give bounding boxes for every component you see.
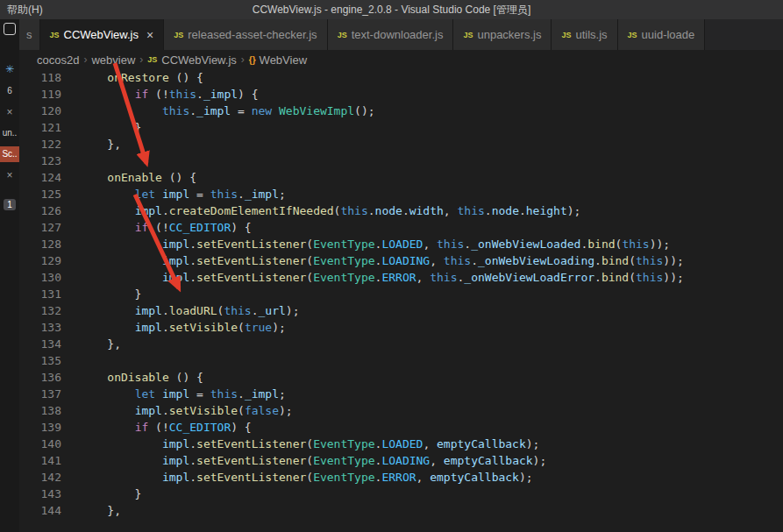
code-text: let impl = this._impl; [80,186,286,202]
tab-label: utils.js [575,28,607,41]
line-number[interactable]: 131 [19,286,61,302]
code-text: impl.setEventListener(EventType.ERROR, e… [80,469,533,486]
line-number[interactable]: 137 [19,386,61,402]
menu-help[interactable]: 帮助(H) [0,3,50,18]
line-number[interactable]: 140 [19,436,61,452]
line-number[interactable]: 136 [19,369,61,386]
breadcrumb-item[interactable]: cocos2d [37,53,79,67]
breadcrumb-item[interactable]: JSCCWebView.js [147,53,237,67]
code-line[interactable]: 142 impl.setEventListener(EventType.ERRO… [19,469,783,486]
close-icon[interactable]: × [0,169,19,181]
line-number[interactable]: 143 [19,486,61,502]
javascript-file-icon: JS [174,31,183,39]
line-number[interactable]: 133 [19,319,61,336]
code-text: if (!CC_EDITOR) { [80,419,252,436]
line-number[interactable]: 141 [19,452,61,469]
code-line[interactable]: 123 [19,153,783,169]
code-line[interactable]: 139 if (!CC_EDITOR) { [19,419,783,436]
tab-released-asset-checker-js[interactable]: JSreleased-asset-checker.js [164,19,327,50]
code-text: onEnable () { [80,169,196,186]
code-text: }, [80,336,121,352]
code-line[interactable]: 126 impl.createDomElementIfNeeded(this.n… [19,202,783,219]
line-number[interactable]: 132 [19,302,61,319]
line-number[interactable]: 120 [19,103,61,119]
line-number[interactable]: 138 [19,402,61,419]
code-line[interactable]: 143 } [19,486,783,502]
left-strip: ✳6×un..Sc..×1 [0,19,19,532]
tab-label: CCWebView.js [64,28,139,41]
line-number[interactable]: 127 [19,219,61,236]
code-line[interactable]: 141 impl.setEventListener(EventType.LOAD… [19,452,783,469]
title-bar: 帮助(H) CCWebView.js - engine_2.0.8 - Visu… [0,0,783,19]
line-number[interactable]: 139 [19,419,61,436]
code-line[interactable]: 134 }, [19,336,783,352]
code-line[interactable]: 118 onRestore () { [19,69,783,86]
line-number[interactable]: 119 [19,86,61,103]
line-number[interactable]: 125 [19,186,61,202]
tab-text-downloader-js[interactable]: JStext-downloader.js [328,19,454,50]
selected-item[interactable]: Sc.. [0,146,19,162]
line-number[interactable]: 144 [19,502,61,519]
line-number[interactable]: 128 [19,236,61,252]
breadcrumb-separator-icon: › [139,53,143,66]
code-line[interactable]: 130 impl.setEventListener(EventType.ERRO… [19,269,783,286]
code-line[interactable]: 128 impl.setEventListener(EventType.LOAD… [19,236,783,252]
code-line[interactable]: 138 impl.setVisible(false); [19,402,783,419]
code-text: onRestore () { [80,69,203,86]
tab-label: released-asset-checker.js [188,28,317,41]
code-text: impl.setEventListener(EventType.ERROR, t… [80,269,684,286]
code-line[interactable]: 124 onEnable () { [19,169,783,186]
code-line[interactable]: 125 let impl = this._impl; [19,186,783,202]
tab-uuid-loade[interactable]: JSuuid-loade [618,19,706,50]
tab-label: text-downloader.js [352,28,444,41]
close-icon[interactable]: × [146,29,153,41]
line-number[interactable]: 122 [19,136,61,153]
tab-unpackers-js[interactable]: JSunpackers.js [453,19,552,50]
line-number[interactable]: 129 [19,252,61,269]
line-number[interactable]: 123 [19,153,61,169]
line-number[interactable]: 134 [19,336,61,352]
code-line[interactable]: 121 } [19,119,783,136]
tab-label: uuid-loade [642,28,695,41]
code-line[interactable]: 129 impl.setEventListener(EventType.LOAD… [19,252,783,269]
tab-utils-js[interactable]: JSutils.js [552,19,617,50]
code-line[interactable]: 133 impl.setVisible(true); [19,319,783,336]
line-number[interactable]: 121 [19,119,61,136]
code-line[interactable]: 135 [19,352,783,369]
code-text: impl.setEventListener(EventType.LOADED, … [80,436,539,452]
code-text: onDisable () { [80,369,203,386]
vscode-window: 帮助(H) CCWebView.js - engine_2.0.8 - Visu… [0,0,783,532]
code-area[interactable]: 118 onRestore () {119 if (!this._impl) {… [19,69,783,532]
line-number[interactable]: 135 [19,352,61,369]
tab-ccwebview-js[interactable]: JSCCWebView.js× [40,19,165,50]
code-line[interactable]: 140 impl.setEventListener(EventType.LOAD… [19,436,783,452]
code-line[interactable]: 137 let impl = this._impl; [19,386,783,402]
code-line[interactable]: 136 onDisable () { [19,369,783,386]
code-text: impl.setVisible(true); [80,319,286,336]
tab-s[interactable]: s [19,19,40,50]
code-text: this._impl = new WebViewImpl(); [80,103,375,119]
line-number[interactable]: 142 [19,469,61,486]
star-icon: ✳ [0,63,19,75]
truncated-label: un.. [0,127,19,139]
code-text: impl.setVisible(false); [80,402,293,419]
editor-group: sJSCCWebView.js×JSreleased-asset-checker… [19,19,783,532]
line-number[interactable]: 130 [19,269,61,286]
code-line[interactable]: 120 this._impl = new WebViewImpl(); [19,103,783,119]
count-badge: 1 [0,199,19,211]
line-number[interactable]: 126 [19,202,61,219]
code-line[interactable]: 127 if (!CC_EDITOR) { [19,219,783,236]
code-line[interactable]: 119 if (!this._impl) { [19,86,783,103]
close-icon[interactable]: × [0,106,19,118]
line-number[interactable]: 118 [19,69,61,86]
code-text: }, [80,502,121,519]
code-line[interactable]: 122 }, [19,136,783,153]
breadcrumb-item[interactable]: webview [91,53,135,67]
breadcrumb-separator-icon: › [241,53,245,66]
code-line[interactable]: 132 impl.loadURL(this._url); [19,302,783,319]
code-line[interactable]: 144 }, [19,502,783,519]
breadcrumb-item[interactable]: {}WebView [249,53,307,67]
code-line[interactable]: 131 } [19,286,783,302]
breadcrumb: cocos2d›webview›JSCCWebView.js›{}WebView [19,50,783,69]
line-number[interactable]: 124 [19,169,61,186]
